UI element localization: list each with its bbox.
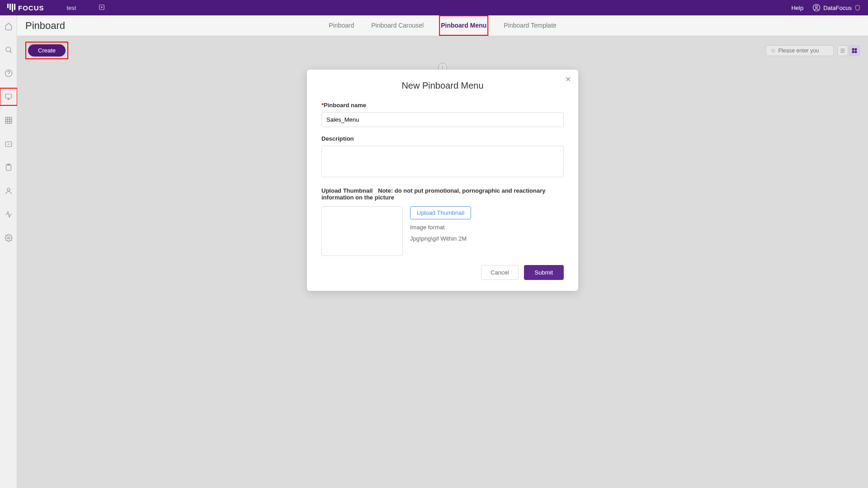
- sidebar-grid-icon[interactable]: [3, 115, 14, 126]
- upload-label: Upload Thumbnail: [321, 187, 373, 194]
- sidebar: [0, 15, 17, 488]
- sidebar-person-icon[interactable]: [3, 185, 14, 196]
- modal-title: New Pinboard Menu: [321, 81, 564, 91]
- add-tab-icon[interactable]: [99, 4, 105, 12]
- svg-point-22: [7, 237, 9, 239]
- svg-point-5: [6, 47, 11, 52]
- user-icon: [812, 4, 821, 12]
- name-label: *Pinboard name: [321, 102, 564, 109]
- username: DataFocus: [823, 5, 852, 11]
- help-link[interactable]: Help: [791, 5, 803, 11]
- upload-label-row: Upload Thumbnail Note: do not put promot…: [321, 187, 564, 201]
- logo-text: FOCUS: [18, 4, 44, 12]
- cancel-button[interactable]: Cancel: [481, 265, 518, 280]
- upload-col: Upload Thumbnail Image format Jpg\png\gi…: [410, 206, 471, 242]
- upload-button[interactable]: Upload Thumbnail: [410, 206, 471, 219]
- sidebar-folder-icon[interactable]: [3, 138, 14, 149]
- name-input[interactable]: [321, 112, 564, 127]
- logo[interactable]: FOCUS: [7, 4, 44, 12]
- workspace-name[interactable]: test: [67, 5, 76, 11]
- field-name: *Pinboard name: [321, 102, 564, 127]
- modal-overlay: ✕ New Pinboard Menu *Pinboard name Descr…: [17, 15, 868, 488]
- sidebar-clipboard-icon[interactable]: [3, 162, 14, 173]
- new-pinboard-modal: ✕ New Pinboard Menu *Pinboard name Descr…: [307, 70, 578, 291]
- modal-buttons: Cancel Submit: [321, 265, 564, 280]
- image-format-hint: Jpg\png\gif Within 2M: [410, 235, 471, 242]
- top-right: Help DataFocus: [791, 4, 861, 12]
- top-bar: FOCUS test Help DataFocus: [0, 0, 868, 15]
- logo-icon: [7, 4, 15, 12]
- svg-point-4: [816, 6, 818, 8]
- content-area: Pinboard Pinboard Pinboard Carousel Pinb…: [17, 15, 868, 488]
- sidebar-settings-icon[interactable]: [3, 232, 14, 243]
- upload-row: Upload Thumbnail Image format Jpg\png\gi…: [321, 206, 564, 256]
- svg-rect-9: [5, 94, 12, 98]
- sidebar-pinboard-icon[interactable]: [3, 91, 14, 102]
- field-description: Description: [321, 135, 564, 179]
- svg-rect-12: [5, 117, 12, 123]
- sidebar-home-icon[interactable]: [3, 21, 14, 32]
- sidebar-help-icon[interactable]: [3, 68, 14, 79]
- image-format-label: Image format: [410, 224, 471, 231]
- description-label: Description: [321, 135, 564, 142]
- shield-icon: [854, 5, 861, 11]
- main-layout: Pinboard Pinboard Pinboard Carousel Pinb…: [0, 15, 868, 488]
- close-icon[interactable]: ✕: [565, 75, 571, 84]
- sidebar-activity-icon[interactable]: [3, 209, 14, 220]
- svg-point-21: [7, 188, 10, 191]
- svg-line-6: [10, 51, 12, 53]
- user-menu[interactable]: DataFocus: [812, 4, 861, 12]
- top-left: FOCUS test: [7, 4, 105, 12]
- submit-button[interactable]: Submit: [524, 265, 564, 280]
- description-input[interactable]: [321, 146, 564, 177]
- thumbnail-preview: [321, 206, 403, 256]
- sidebar-search-icon[interactable]: [3, 44, 14, 55]
